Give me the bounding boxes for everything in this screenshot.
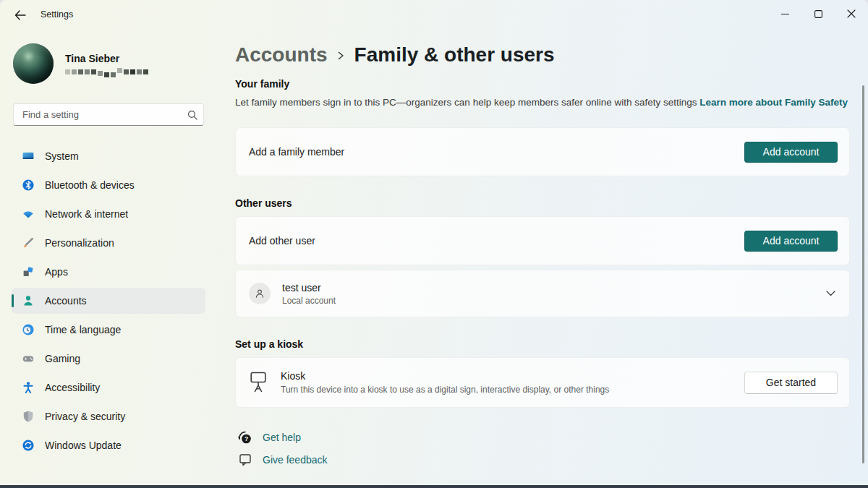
add-family-member-label: Add a family member xyxy=(249,146,744,158)
expand-user-button[interactable] xyxy=(823,291,838,296)
minimize-button[interactable] xyxy=(768,0,801,27)
settings-window: Settings Tina Sieber xyxy=(0,0,868,488)
get-help-row[interactable]: ? Get help xyxy=(237,430,850,445)
gaming-icon xyxy=(22,352,35,365)
family-description-text: Let family members sign in to this PC—or… xyxy=(235,97,697,108)
test-user-row[interactable]: test user Local account xyxy=(235,270,850,317)
user-badge xyxy=(249,283,271,304)
sidebar-item-label: Accessibility xyxy=(45,382,100,393)
get-help-link[interactable]: Get help xyxy=(263,432,301,443)
sidebar-item-label: Apps xyxy=(45,266,68,278)
accounts-icon xyxy=(22,294,35,307)
add-other-user-label: Add other user xyxy=(249,235,744,247)
system-icon xyxy=(22,150,35,163)
sidebar-item-system[interactable]: System xyxy=(12,143,205,169)
user-name: test user xyxy=(282,282,823,294)
sidebar-item-label: Personalization xyxy=(45,237,114,249)
user-info: test user Local account xyxy=(282,282,823,306)
personalization-icon xyxy=(22,236,35,249)
sidebar-item-windows-update[interactable]: Windows Update xyxy=(12,432,205,458)
sidebar-item-privacy-security[interactable]: Privacy & security xyxy=(12,403,205,429)
profile-name: Tina Sieber xyxy=(65,53,150,64)
kiosk-description: Turn this device into a kiosk to use as … xyxy=(281,385,744,395)
sidebar-item-label: Gaming xyxy=(45,353,80,364)
redacted-email xyxy=(65,69,150,77)
add-family-member-row: Add a family member Add account xyxy=(235,127,850,176)
window-controls xyxy=(768,0,868,27)
your-family-heading: Your family xyxy=(235,78,850,90)
sidebar-item-gaming[interactable]: Gaming xyxy=(12,346,205,372)
bluetooth-icon xyxy=(22,179,35,192)
minimize-icon xyxy=(781,10,789,18)
sidebar-item-label: Windows Update xyxy=(45,440,122,451)
sidebar-nav: System Bluetooth & devices Network & int… xyxy=(12,143,205,461)
get-started-button[interactable]: Get started xyxy=(744,372,838,394)
sidebar-item-label: Accounts xyxy=(45,295,87,307)
person-icon xyxy=(254,288,265,299)
privacy-icon xyxy=(22,410,35,423)
sidebar-item-personalization[interactable]: Personalization xyxy=(12,230,205,256)
kiosk-row: Kiosk Turn this device into a kiosk to u… xyxy=(235,357,850,408)
other-users-heading: Other users xyxy=(235,197,850,209)
sidebar-item-apps[interactable]: Apps xyxy=(12,259,205,285)
kiosk-sign-icon xyxy=(249,371,268,394)
sidebar-item-label: Bluetooth & devices xyxy=(45,179,135,191)
sidebar-item-label: Network & internet xyxy=(45,208,128,220)
breadcrumb-chevron-icon xyxy=(337,49,345,62)
time-language-icon xyxy=(22,323,35,336)
sidebar-item-accessibility[interactable]: Accessibility xyxy=(12,374,205,401)
svg-text:?: ? xyxy=(244,435,248,442)
close-button[interactable] xyxy=(835,0,868,27)
breadcrumb-accounts[interactable]: Accounts xyxy=(235,43,328,67)
user-account-type: Local account xyxy=(282,296,823,306)
network-icon xyxy=(22,207,35,221)
add-other-user-account-button[interactable]: Add account xyxy=(744,231,838,252)
avatar xyxy=(13,43,54,84)
maximize-button[interactable] xyxy=(801,0,835,27)
kiosk-info: Kiosk Turn this device into a kiosk to u… xyxy=(281,370,744,395)
sidebar-item-label: Time & language xyxy=(45,324,121,335)
your-family-description: Let family members sign in to this PC—or… xyxy=(235,96,850,109)
learn-more-family-safety-link[interactable]: Learn more about Family Safety xyxy=(699,97,848,108)
sidebar-item-network-internet[interactable]: Network & internet xyxy=(12,201,205,227)
page-title: Family & other users xyxy=(354,43,555,67)
sidebar-item-label: Privacy & security xyxy=(45,411,125,422)
scrollbar[interactable] xyxy=(862,85,864,463)
windows-update-icon xyxy=(22,439,35,452)
apps-icon xyxy=(22,265,35,278)
back-arrow-icon xyxy=(14,10,26,20)
add-family-account-button[interactable]: Add account xyxy=(744,142,838,163)
breadcrumb: Accounts Family & other users xyxy=(235,43,850,67)
main-content: Accounts Family & other users Your famil… xyxy=(235,29,850,466)
user-profile[interactable]: Tina Sieber xyxy=(13,43,150,84)
sidebar-item-label: System xyxy=(45,150,79,162)
search-icon[interactable] xyxy=(182,110,203,120)
maximize-icon xyxy=(814,10,822,18)
give-feedback-link[interactable]: Give feedback xyxy=(263,454,328,466)
kiosk-title: Kiosk xyxy=(281,370,744,382)
profile-text: Tina Sieber xyxy=(65,43,150,84)
selected-accent-bar xyxy=(12,294,14,307)
get-help-icon: ? xyxy=(237,430,253,445)
close-icon xyxy=(847,9,856,18)
back-button[interactable] xyxy=(10,6,30,25)
chevron-down-icon xyxy=(826,291,835,296)
sidebar-item-accounts[interactable]: Accounts xyxy=(12,288,205,314)
give-feedback-icon xyxy=(237,454,253,466)
add-other-user-row: Add other user Add account xyxy=(235,216,850,265)
accessibility-icon xyxy=(22,381,35,394)
title-bar: Settings xyxy=(0,0,868,29)
give-feedback-row[interactable]: Give feedback xyxy=(237,454,850,466)
sidebar: Tina Sieber xyxy=(0,29,217,488)
sidebar-item-time-language[interactable]: Time & language xyxy=(12,317,205,343)
scrollbar-thumb[interactable] xyxy=(862,85,864,463)
kiosk-heading: Set up a kiosk xyxy=(235,338,850,350)
sidebar-item-bluetooth-devices[interactable]: Bluetooth & devices xyxy=(12,172,205,198)
bottom-edge xyxy=(0,485,868,488)
search-input[interactable] xyxy=(14,109,182,120)
search-box xyxy=(13,103,204,126)
app-title: Settings xyxy=(41,9,73,20)
